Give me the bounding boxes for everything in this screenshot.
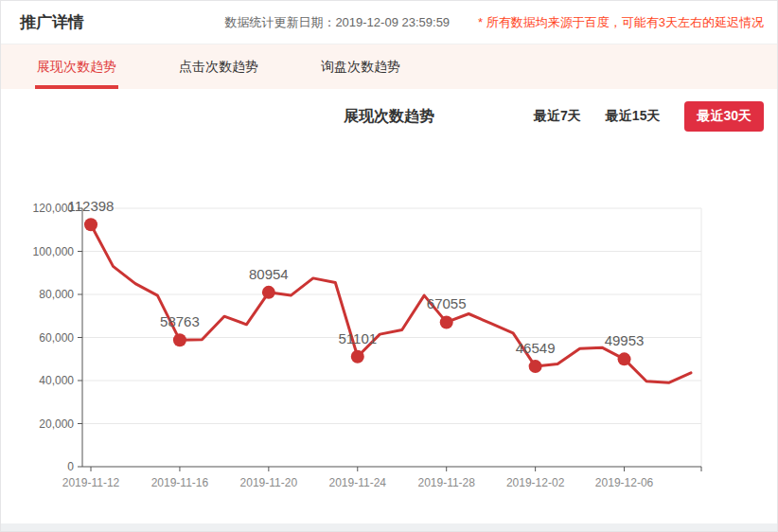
tab-impressions-trend[interactable]: 展现次数趋势 [35, 44, 118, 89]
data-point-marker[interactable] [618, 352, 631, 365]
chart-header: 展现次数趋势 最近7天 最近15天 最近30天 [1, 89, 777, 143]
data-point-label: 51101 [338, 330, 377, 346]
x-axis-label: 2019-12-02 [506, 476, 565, 489]
y-axis-label: 60,000 [39, 331, 74, 345]
data-point-label: 80954 [249, 266, 289, 282]
x-axis-label: 2019-11-20 [240, 476, 298, 489]
data-point-label: 112398 [68, 198, 115, 214]
data-point-marker[interactable] [84, 218, 97, 231]
tab-label: 询盘次数趋势 [321, 59, 400, 76]
tab-inquiries-trend[interactable]: 询盘次数趋势 [319, 44, 402, 89]
range-button-30d[interactable]: 最近30天 [684, 101, 764, 132]
page-background-strip [1, 523, 777, 531]
y-axis-label: 40,000 [39, 374, 74, 387]
data-point-label: 58763 [160, 313, 200, 329]
data-source-notice: * 所有数据均来源于百度，可能有3天左右的延迟情况 [478, 14, 764, 31]
page-title: 推广详情 [20, 11, 84, 33]
x-axis-label: 2019-11-16 [151, 476, 209, 489]
y-axis-label: 100,000 [33, 245, 75, 258]
data-point-marker[interactable] [351, 350, 364, 364]
tab-label: 展现次数趋势 [37, 59, 116, 76]
data-point-marker[interactable] [529, 360, 542, 373]
x-axis-label: 2019-11-24 [329, 476, 387, 489]
promotion-detail-panel: 推广详情 数据统计更新日期：2019-12-09 23:59:59 * 所有数据… [0, 0, 778, 532]
data-point-label: 46549 [516, 340, 556, 356]
tab-label: 点击次数趋势 [179, 59, 258, 76]
range-button-group: 最近7天 最近15天 最近30天 [534, 101, 764, 132]
tab-clicks-trend[interactable]: 点击次数趋势 [177, 44, 260, 89]
data-point-marker[interactable] [262, 286, 275, 299]
y-axis-label: 80,000 [39, 288, 74, 301]
page-header: 推广详情 数据统计更新日期：2019-12-09 23:59:59 * 所有数据… [1, 1, 777, 44]
range-button-15d[interactable]: 最近15天 [606, 108, 661, 125]
y-axis-label: 0 [67, 460, 74, 473]
data-point-label: 49953 [605, 332, 645, 348]
data-point-marker[interactable] [173, 333, 186, 346]
x-axis-label: 2019-11-28 [417, 476, 475, 489]
data-update-date: 数据统计更新日期：2019-12-09 23:59:59 [224, 14, 450, 31]
range-button-7d[interactable]: 最近7天 [534, 108, 581, 125]
x-axis-label: 2019-12-06 [595, 476, 654, 489]
trend-tab-bar: 展现次数趋势 点击次数趋势 询盘次数趋势 [1, 44, 777, 89]
data-point-label: 67055 [427, 295, 467, 311]
data-point-marker[interactable] [440, 315, 453, 328]
y-axis-label: 20,000 [39, 417, 74, 431]
impressions-trend-chart: 020,00040,00060,00080,000100,000120,0002… [1, 143, 778, 522]
trend-line [91, 224, 691, 382]
x-axis-label: 2019-11-12 [62, 476, 120, 489]
